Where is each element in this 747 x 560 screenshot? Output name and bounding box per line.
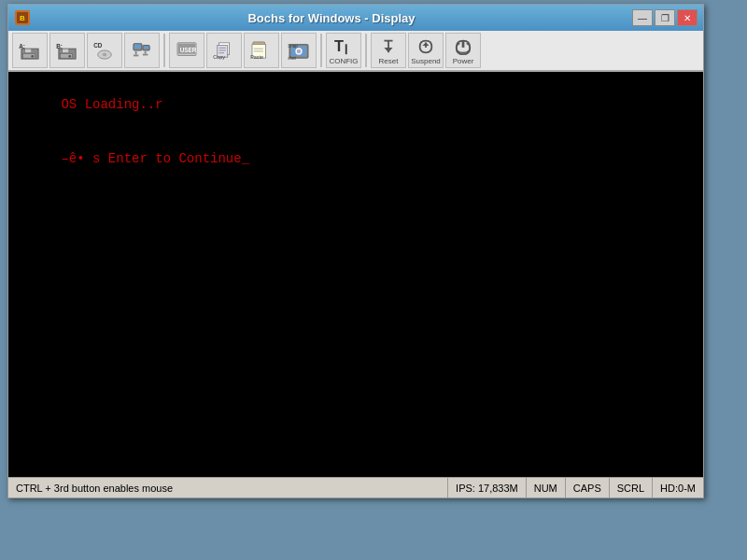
terminal-line1: OS Loading..r bbox=[61, 97, 162, 112]
suspend-button[interactable]: Suspend bbox=[408, 33, 444, 68]
reset-label: Reset bbox=[379, 58, 399, 65]
status-scrl: SCRL bbox=[610, 478, 653, 497]
cdrom-icon: CD bbox=[92, 40, 117, 61]
window-title: Bochs for Windows - Display bbox=[31, 11, 632, 25]
svg-marker-47 bbox=[384, 47, 392, 51]
config-button[interactable]: T CONFIG bbox=[326, 33, 361, 68]
config-label: CONFIG bbox=[329, 58, 358, 65]
config-icon: T bbox=[331, 36, 356, 57]
status-num: NUM bbox=[527, 478, 566, 497]
title-controls: — ❐ ✕ bbox=[632, 9, 698, 26]
status-ips: IPS: 17,833M bbox=[448, 478, 527, 497]
floppy-a-button[interactable]: A: bbox=[12, 33, 48, 68]
copy-icon: Copy bbox=[212, 40, 236, 61]
user-icon: USER bbox=[175, 40, 199, 61]
status-scrl-text: SCRL bbox=[617, 483, 644, 494]
floppy-a-icon: A: bbox=[18, 40, 42, 61]
svg-point-15 bbox=[103, 53, 106, 56]
floppy-b-icon: B: bbox=[55, 40, 79, 61]
reset-button[interactable]: Reset bbox=[371, 33, 406, 68]
toolbar: A: B: bbox=[8, 31, 703, 72]
status-caps-text: CAPS bbox=[573, 483, 601, 494]
svg-rect-22 bbox=[145, 51, 147, 54]
network-button[interactable] bbox=[124, 33, 160, 68]
network-icon bbox=[130, 40, 154, 61]
svg-rect-5 bbox=[25, 49, 32, 53]
reset-icon bbox=[376, 36, 401, 57]
separator-3 bbox=[365, 34, 367, 67]
main-window: B Bochs for Windows - Display — ❐ ✕ A: bbox=[7, 4, 704, 498]
status-bar: CTRL + 3rd button enables mouse IPS: 17,… bbox=[8, 477, 703, 497]
restore-button[interactable]: ❐ bbox=[655, 9, 675, 26]
svg-text:B: B bbox=[20, 14, 25, 22]
svg-text:Paste: Paste bbox=[250, 54, 263, 60]
svg-rect-19 bbox=[134, 55, 138, 57]
status-hd-text: HD:0-M bbox=[660, 483, 696, 494]
svg-text:shot: shot bbox=[288, 56, 296, 60]
title-bar: B Bochs for Windows - Display — ❐ ✕ bbox=[8, 5, 703, 31]
svg-text:Copy: Copy bbox=[213, 54, 225, 60]
svg-rect-23 bbox=[143, 54, 148, 56]
terminal-line2: –ê• s Enter to Continue_ bbox=[61, 151, 249, 166]
paste-icon: Paste bbox=[249, 40, 274, 61]
status-main-text: CTRL + 3rd button enables mouse bbox=[16, 483, 173, 494]
copy-button[interactable]: Copy bbox=[206, 33, 242, 68]
separator-2 bbox=[320, 34, 322, 67]
svg-text:T: T bbox=[334, 37, 344, 54]
window-icon: B bbox=[14, 9, 31, 26]
power-icon bbox=[451, 36, 475, 57]
svg-text:USER: USER bbox=[180, 47, 197, 53]
svg-point-7 bbox=[31, 55, 34, 58]
svg-point-12 bbox=[68, 55, 71, 58]
snapshot-button[interactable]: Snap shot bbox=[281, 33, 317, 68]
separator-1 bbox=[163, 34, 165, 67]
svg-rect-18 bbox=[135, 51, 137, 55]
status-ips-text: IPS: 17,833M bbox=[456, 483, 518, 494]
close-button[interactable]: ✕ bbox=[677, 9, 698, 26]
svg-text:Snap: Snap bbox=[288, 44, 298, 49]
svg-rect-17 bbox=[134, 45, 141, 49]
svg-rect-21 bbox=[144, 46, 148, 49]
cdrom-button[interactable]: CD bbox=[87, 33, 122, 68]
status-caps: CAPS bbox=[566, 478, 610, 497]
suspend-icon bbox=[414, 36, 438, 57]
power-button[interactable]: Power bbox=[445, 33, 481, 68]
terminal-output: OS Loading..r –ê• s Enter to Continue_ bbox=[14, 77, 249, 188]
status-main: CTRL + 3rd button enables mouse bbox=[8, 478, 448, 497]
minimize-button[interactable]: — bbox=[632, 9, 653, 26]
paste-button[interactable]: Paste bbox=[244, 33, 279, 68]
snapshot-icon: Snap shot bbox=[287, 40, 311, 61]
svg-point-42 bbox=[297, 49, 302, 54]
power-label: Power bbox=[453, 58, 474, 65]
suspend-label: Suspend bbox=[411, 58, 441, 65]
svg-rect-10 bbox=[63, 49, 69, 53]
status-hd: HD:0-M bbox=[653, 478, 703, 497]
svg-text:CD: CD bbox=[93, 42, 103, 49]
display-area[interactable]: OS Loading..r –ê• s Enter to Continue_ bbox=[8, 72, 703, 477]
floppy-b-button[interactable]: B: bbox=[49, 33, 85, 68]
svg-marker-50 bbox=[422, 42, 429, 46]
user-button[interactable]: USER bbox=[169, 33, 204, 68]
status-num-text: NUM bbox=[534, 483, 557, 494]
